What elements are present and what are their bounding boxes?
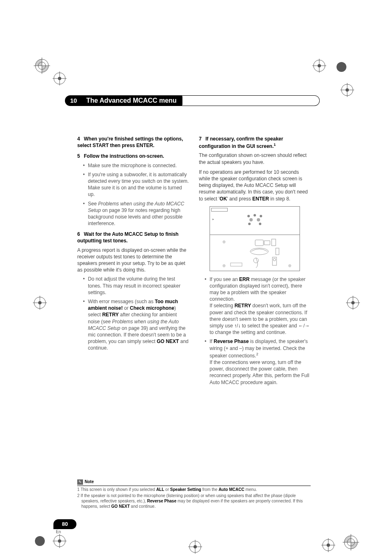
step-5-bullets: Make sure the microphone is connected. I… (77, 162, 189, 227)
svg-point-33 (58, 539, 61, 543)
left-column: 4When you're finished settings the optio… (77, 136, 189, 390)
crossmark-t3 (340, 83, 354, 97)
step-7-p1: The configuration shown on-screen should… (199, 152, 311, 165)
step-7-sup: 1 (274, 143, 276, 147)
t-bold: ERR (239, 276, 249, 282)
svg-point-29 (35, 536, 45, 546)
crossmark-b2 (53, 534, 67, 548)
svg-point-11 (58, 77, 61, 80)
svg-point-20 (337, 62, 346, 72)
note-pencil-icon: ✎ (77, 479, 83, 485)
left-arrow-icon: ← (298, 323, 303, 329)
t-bold: ENTER (252, 196, 269, 202)
t: menu. (244, 487, 257, 492)
t: 1 This screen is only shown if you selec… (77, 487, 156, 492)
room-illustration-icon: ⊕ ⊕ ⊕ (210, 235, 300, 271)
svg-rect-54 (272, 239, 276, 246)
t-sup: 2 (256, 352, 258, 356)
crossmark-b4 (321, 538, 335, 552)
right-column: 7If necessary, confirm the speaker confi… (199, 136, 311, 390)
gui-bottom-panel: ⊕ ⊕ ⊕ (210, 235, 300, 271)
svg-text:⊕: ⊕ (222, 240, 226, 244)
t: If selecting (210, 303, 235, 309)
step-7-title: If necessary, confirm the speaker config… (199, 136, 283, 149)
step-4-heading: 4When you're finished settings the optio… (77, 136, 189, 149)
svg-point-41 (327, 543, 330, 547)
t-bold: Speaker Setting (170, 487, 201, 492)
t-bold: Reverse Phase (147, 499, 176, 503)
svg-point-59 (273, 258, 276, 261)
svg-text:⊕: ⊕ (222, 263, 226, 268)
right-arrow-icon: → (304, 323, 309, 329)
chapter-number-badge: 10 (65, 95, 82, 106)
t-bold: RETRY (235, 303, 251, 309)
step-5-bullet-1: Make sure the microphone is connected. (83, 162, 189, 169)
gui-tab (211, 208, 228, 212)
t: from the (201, 487, 219, 492)
step-6-heading: 6Wait for the Auto MCACC Setup to finish… (77, 231, 189, 244)
crossmark-b3 (188, 540, 202, 554)
step-5-heading: 5Follow the instructions on-screen. (77, 153, 189, 159)
step-4-num: 4 (77, 136, 84, 142)
gui-arrow-hint: ▸ (212, 217, 214, 222)
chapter-header: 10 The Advanced MCACC menu (65, 95, 320, 106)
note-label: Note (85, 479, 94, 484)
step-7-bullet-2: If Reverse Phase is displayed, the speak… (205, 338, 311, 385)
t: See (88, 201, 98, 207)
step-6-bullet-1: Do not adjust the volume during the test… (83, 276, 189, 296)
step-7-p2: If no operations are performed for 10 se… (199, 169, 311, 202)
svg-point-43 (254, 214, 256, 216)
svg-point-48 (259, 223, 261, 225)
t: If you see an (210, 276, 239, 282)
step-5-title: Follow the instructions on-screen. (84, 153, 164, 159)
svg-point-45 (249, 218, 253, 221)
t-bold: Check microphone (130, 305, 174, 311)
gui-screen-diagram: ▸ ⊕ ⊕ ⊕ (210, 206, 300, 271)
step-7-bullet-1: If you see an ERR message (or the speake… (205, 276, 311, 336)
step-5-bullet-3: See Problems when using the Auto MCACC S… (83, 200, 189, 227)
crossmark-ml (33, 296, 47, 310)
svg-point-44 (260, 215, 262, 217)
t: With error messages (such as (88, 299, 155, 304)
crossmark-t1 (53, 71, 67, 85)
note-heading-row: ✎Note (77, 479, 311, 485)
t-bold: Reverse Phase (214, 339, 249, 344)
step-6-num: 6 (77, 231, 84, 237)
svg-point-46 (257, 218, 260, 221)
svg-rect-49 (231, 263, 242, 266)
svg-point-19 (346, 88, 349, 92)
page-language: En (56, 530, 61, 534)
crossmark-mr (346, 296, 360, 310)
page: 10 The Advanced MCACC menu 4When you're … (0, 0, 392, 555)
t: to select the speaker and (240, 323, 298, 329)
note-1: 1 This screen is only shown if you selec… (77, 487, 311, 492)
crossmark-t4 (334, 60, 348, 74)
t: on page 39 for notes regarding high back… (88, 207, 182, 226)
svg-point-24 (38, 301, 42, 304)
svg-rect-56 (276, 248, 279, 255)
t: If (210, 339, 214, 344)
step-6-paragraph: A progress report is displayed on-screen… (77, 247, 189, 274)
t-bold: Auto MCACC (219, 487, 244, 492)
svg-point-15 (318, 64, 321, 67)
note-rule (77, 486, 311, 486)
svg-text:⊕: ⊕ (288, 263, 291, 268)
svg-point-57 (254, 258, 258, 263)
step-7-bullets: If you see an ERR message (or the speake… (199, 276, 311, 386)
t: or (164, 487, 170, 492)
t-bold: OK (219, 196, 227, 202)
regmark-tl (34, 58, 50, 74)
step-5-num: 5 (77, 153, 84, 159)
step-6-bullets: Do not adjust the volume during the test… (77, 276, 189, 351)
svg-rect-53 (255, 240, 263, 246)
step-4-title: When you're finished settings the option… (77, 136, 183, 148)
step-6-title: Wait for the Auto MCACC Setup to finish … (77, 231, 178, 244)
t-bold: GO NEXT (157, 339, 179, 344)
speaker-layout-icon (245, 214, 264, 228)
t: or (123, 305, 130, 311)
step-7-num: 7 (199, 136, 205, 142)
step-5-bullet-2: If you're using a subwoofer, it is autom… (83, 171, 189, 198)
svg-point-37 (194, 545, 197, 548)
gui-top-panel: ▸ (210, 206, 300, 235)
content-columns: 4When you're finished settings the optio… (77, 136, 311, 390)
